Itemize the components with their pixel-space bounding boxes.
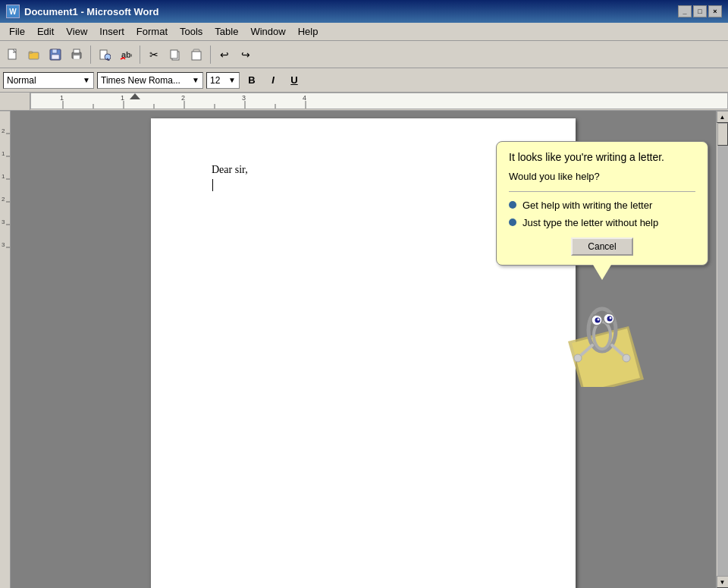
style-value: Normal bbox=[7, 75, 36, 86]
format-toolbar: Normal ▼ Times New Roma... ▼ 12 ▼ B I U bbox=[0, 68, 728, 93]
maximize-button[interactable]: □ bbox=[693, 5, 707, 17]
paste-button[interactable] bbox=[187, 45, 206, 64]
clippy-divider bbox=[509, 191, 695, 192]
menu-file[interactable]: File bbox=[3, 24, 31, 39]
scroll-track[interactable] bbox=[717, 123, 728, 576]
size-dropdown-arrow: ▼ bbox=[228, 76, 236, 84]
clippy-cancel-row: Cancel bbox=[509, 237, 695, 256]
svg-rect-16 bbox=[192, 52, 201, 60]
menu-view[interactable]: View bbox=[60, 24, 93, 39]
svg-text:1: 1 bbox=[121, 94, 124, 102]
window-title: Document1 - Microsoft Word bbox=[24, 6, 158, 17]
italic-button[interactable]: I bbox=[264, 72, 282, 89]
close-button[interactable]: × bbox=[708, 5, 722, 17]
font-dropdown-arrow: ▼ bbox=[192, 76, 199, 84]
clippy-option-2[interactable]: Just type the letter without help bbox=[509, 217, 695, 228]
font-dropdown[interactable]: Times New Roma... ▼ bbox=[97, 72, 203, 89]
svg-line-59 bbox=[594, 315, 601, 316]
standard-toolbar: abc ✂ ↩ ↪ bbox=[0, 41, 728, 68]
svg-rect-7 bbox=[74, 49, 80, 53]
svg-text:3: 3 bbox=[242, 94, 246, 102]
svg-point-51 bbox=[574, 354, 582, 362]
style-dropdown[interactable]: Normal ▼ bbox=[3, 72, 94, 89]
toolbar-separator-1 bbox=[90, 46, 91, 64]
horizontal-ruler: 1 1 2 3 4 bbox=[30, 93, 728, 109]
svg-rect-5 bbox=[52, 55, 59, 59]
svg-text:4: 4 bbox=[303, 94, 306, 102]
scroll-up-button[interactable]: ▲ bbox=[717, 111, 729, 123]
svg-text:1: 1 bbox=[60, 94, 64, 102]
svg-point-58 bbox=[610, 317, 612, 319]
document-text-line1: Dear sir, bbox=[212, 164, 530, 176]
svg-rect-8 bbox=[74, 55, 80, 59]
clippy-question: Would you like help? bbox=[509, 171, 695, 182]
style-dropdown-arrow: ▼ bbox=[83, 76, 90, 84]
open-button[interactable] bbox=[24, 45, 44, 64]
print-preview-button[interactable] bbox=[95, 45, 115, 64]
undo-button[interactable]: ↩ bbox=[215, 45, 234, 64]
menu-insert[interactable]: Insert bbox=[93, 24, 130, 39]
text-cursor bbox=[212, 179, 213, 191]
save-button[interactable] bbox=[46, 45, 65, 64]
svg-text:2: 2 bbox=[181, 94, 185, 102]
svg-text:1: 1 bbox=[2, 173, 5, 180]
clippy-title: It looks like you're writing a letter. bbox=[509, 151, 695, 163]
size-value: 12 bbox=[210, 75, 220, 86]
clippy-option-2-label: Just type the letter without help bbox=[522, 217, 658, 228]
window-controls: _ □ × bbox=[678, 5, 722, 17]
clippy-container: It looks like you're writing a letter. W… bbox=[496, 141, 708, 387]
clippy-figure-area bbox=[496, 288, 708, 387]
font-value: Times New Roma... bbox=[101, 75, 180, 86]
minimize-button[interactable]: _ bbox=[678, 5, 692, 17]
svg-marker-31 bbox=[130, 93, 140, 99]
new-button[interactable] bbox=[3, 45, 23, 64]
page-area: Dear sir, It looks like you're writing a… bbox=[11, 111, 716, 588]
svg-text:1: 1 bbox=[2, 150, 5, 157]
svg-point-52 bbox=[623, 354, 630, 362]
clippy-bubble: It looks like you're writing a letter. W… bbox=[496, 141, 708, 266]
menu-edit[interactable]: Edit bbox=[31, 24, 60, 39]
bold-button[interactable]: B bbox=[243, 72, 261, 89]
document-area: 2 1 1 2 3 3 Dear sir, It looks like you'… bbox=[0, 111, 728, 588]
svg-line-60 bbox=[606, 313, 613, 314]
scroll-thumb[interactable] bbox=[717, 123, 728, 146]
clippy-option-1[interactable]: Get help with writing the letter bbox=[509, 200, 695, 211]
svg-rect-14 bbox=[171, 50, 177, 58]
print-button[interactable] bbox=[67, 45, 86, 64]
clippy-option-1-label: Get help with writing the letter bbox=[522, 200, 652, 211]
copy-button[interactable] bbox=[165, 45, 185, 64]
cut-button[interactable]: ✂ bbox=[144, 45, 164, 64]
menu-bar: File Edit View Insert Format Tools Table… bbox=[0, 23, 728, 41]
menu-window[interactable]: Window bbox=[244, 24, 291, 39]
svg-rect-4 bbox=[52, 49, 57, 53]
clippy-cancel-button[interactable]: Cancel bbox=[571, 237, 632, 256]
title-bar: W Document1 - Microsoft Word _ □ × bbox=[0, 0, 728, 23]
ruler-left-margin bbox=[0, 93, 30, 110]
svg-rect-2 bbox=[29, 52, 33, 53]
underline-button[interactable]: U bbox=[285, 72, 303, 89]
menu-tools[interactable]: Tools bbox=[174, 24, 209, 39]
toolbar-separator-2 bbox=[140, 46, 140, 64]
ruler-container: 1 1 2 3 4 bbox=[0, 93, 728, 111]
svg-text:3: 3 bbox=[2, 241, 5, 248]
clippy-bullet-2 bbox=[509, 219, 516, 226]
size-dropdown[interactable]: 12 ▼ bbox=[206, 72, 240, 89]
svg-point-57 bbox=[598, 319, 600, 321]
svg-text:2: 2 bbox=[2, 196, 5, 203]
menu-table[interactable]: Table bbox=[209, 24, 244, 39]
spell-check-button[interactable]: abc bbox=[116, 45, 136, 64]
toolbar-separator-3 bbox=[210, 46, 211, 64]
clippy-svg bbox=[553, 288, 651, 387]
vertical-scrollbar[interactable]: ▲ ▼ bbox=[716, 111, 728, 588]
redo-button[interactable]: ↪ bbox=[236, 45, 256, 64]
scroll-down-button[interactable]: ▼ bbox=[717, 576, 729, 588]
svg-text:2: 2 bbox=[2, 127, 5, 134]
clippy-bullet-1 bbox=[509, 201, 516, 209]
vertical-ruler: 2 1 1 2 3 3 bbox=[0, 111, 11, 588]
svg-text:3: 3 bbox=[2, 219, 5, 225]
app-icon: W bbox=[6, 5, 20, 18]
menu-help[interactable]: Help bbox=[292, 24, 325, 39]
menu-format[interactable]: Format bbox=[130, 24, 174, 39]
